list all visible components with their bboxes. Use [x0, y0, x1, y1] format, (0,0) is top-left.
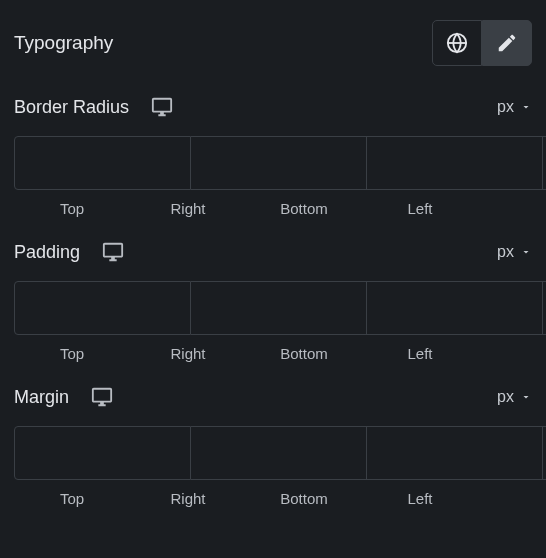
- side-label-top: Top: [14, 200, 130, 217]
- label-spacer: [478, 200, 532, 217]
- globe-icon: [446, 32, 468, 54]
- unit-selector[interactable]: px: [497, 243, 532, 261]
- control-label-wrap: Padding: [14, 241, 124, 263]
- labels-row: Top Right Bottom Left: [14, 345, 532, 362]
- input-row: [14, 281, 532, 335]
- control-header: Padding px: [14, 241, 532, 263]
- control-label: Margin: [14, 387, 69, 408]
- unit-selector[interactable]: px: [497, 388, 532, 406]
- label-spacer: [478, 490, 532, 507]
- chevron-down-icon: [520, 101, 532, 113]
- unit-label: px: [497, 243, 514, 261]
- global-button[interactable]: [432, 20, 482, 66]
- right-input[interactable]: [191, 426, 367, 480]
- control-header: Margin px: [14, 386, 532, 408]
- desktop-icon[interactable]: [151, 96, 173, 118]
- margin-control: Margin px Top: [14, 386, 532, 507]
- side-label-left: Left: [362, 200, 478, 217]
- input-row: [14, 136, 532, 190]
- pencil-icon: [496, 32, 518, 54]
- unit-label: px: [497, 388, 514, 406]
- bottom-input[interactable]: [367, 136, 543, 190]
- desktop-icon[interactable]: [91, 386, 113, 408]
- chevron-down-icon: [520, 391, 532, 403]
- unit-label: px: [497, 98, 514, 116]
- side-label-bottom: Bottom: [246, 200, 362, 217]
- side-label-top: Top: [14, 345, 130, 362]
- side-label-bottom: Bottom: [246, 345, 362, 362]
- top-input[interactable]: [14, 426, 191, 480]
- header-actions: [432, 20, 532, 66]
- section-title: Typography: [14, 32, 113, 54]
- side-label-right: Right: [130, 345, 246, 362]
- labels-row: Top Right Bottom Left: [14, 490, 532, 507]
- side-label-right: Right: [130, 200, 246, 217]
- right-input[interactable]: [191, 281, 367, 335]
- edit-button[interactable]: [482, 20, 532, 66]
- right-input[interactable]: [191, 136, 367, 190]
- section-header: Typography: [14, 20, 532, 66]
- control-label-wrap: Border Radius: [14, 96, 173, 118]
- side-label-right: Right: [130, 490, 246, 507]
- labels-row: Top Right Bottom Left: [14, 200, 532, 217]
- unit-selector[interactable]: px: [497, 98, 532, 116]
- chevron-down-icon: [520, 246, 532, 258]
- bottom-input[interactable]: [367, 281, 543, 335]
- control-header: Border Radius px: [14, 96, 532, 118]
- top-input[interactable]: [14, 281, 191, 335]
- side-label-top: Top: [14, 490, 130, 507]
- side-label-left: Left: [362, 490, 478, 507]
- control-label-wrap: Margin: [14, 386, 113, 408]
- border-radius-control: Border Radius px: [14, 96, 532, 217]
- side-label-left: Left: [362, 345, 478, 362]
- top-input[interactable]: [14, 136, 191, 190]
- desktop-icon[interactable]: [102, 241, 124, 263]
- padding-control: Padding px To: [14, 241, 532, 362]
- side-label-bottom: Bottom: [246, 490, 362, 507]
- input-row: [14, 426, 532, 480]
- bottom-input[interactable]: [367, 426, 543, 480]
- control-label: Border Radius: [14, 97, 129, 118]
- control-label: Padding: [14, 242, 80, 263]
- label-spacer: [478, 345, 532, 362]
